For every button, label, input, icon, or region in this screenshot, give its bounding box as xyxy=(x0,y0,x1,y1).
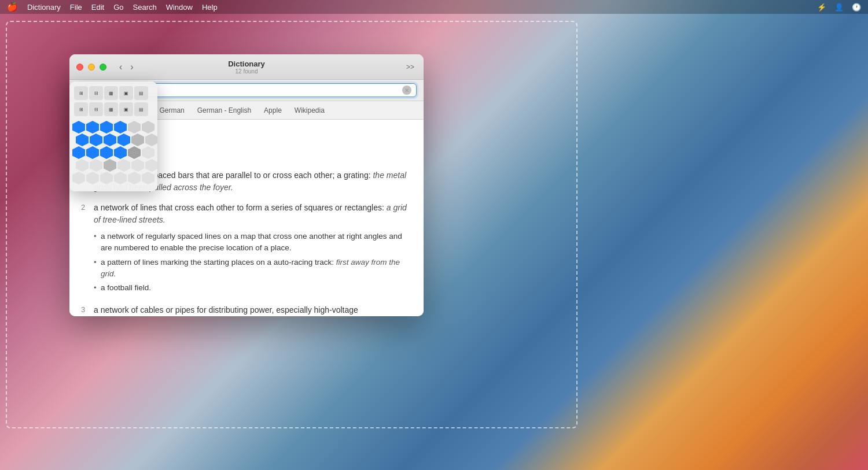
def-text-3: a network of cables or pipes for distrib… xyxy=(94,304,412,316)
hex-cell[interactable] xyxy=(114,121,127,134)
hex-cell[interactable] xyxy=(86,121,99,134)
menubar-icon-1[interactable]: ⚡ xyxy=(817,3,826,12)
emoji-tool-4[interactable]: ▣ xyxy=(119,86,133,100)
menubar-app-name[interactable]: Dictionary xyxy=(27,3,61,12)
definition-2: 2 a network of lines that cross each oth… xyxy=(81,202,412,296)
sub-list-2: a network of regularly spaced lines on a… xyxy=(94,231,412,294)
hex-cell[interactable] xyxy=(104,134,116,146)
tab-wikipedia[interactable]: Wikipedia xyxy=(289,104,330,117)
definition-list: 1 a framework of spaced bars that are pa… xyxy=(81,169,412,316)
hex-grid xyxy=(74,119,153,187)
sub-item-2: a pattern of lines marking the starting … xyxy=(94,257,412,280)
search-clear-button[interactable]: ✕ xyxy=(402,86,411,95)
hex-cell[interactable] xyxy=(86,172,99,184)
hex-cell[interactable] xyxy=(76,134,89,146)
maximize-button[interactable] xyxy=(100,64,106,71)
menubar-left: 🍎 Dictionary File Edit Go Search Window … xyxy=(7,2,218,12)
def-number-3: 3 xyxy=(81,304,89,316)
emoji-tool-1[interactable]: ⊞ xyxy=(74,86,88,100)
traffic-lights xyxy=(76,64,106,71)
hex-cell[interactable] xyxy=(145,159,157,172)
emoji-toolbar-row-1: ⊞ ⊟ ▦ ▣ ▤ xyxy=(74,86,153,100)
hex-cell[interactable] xyxy=(128,121,141,134)
window-title: Dictionary xyxy=(228,60,265,68)
hex-cell[interactable] xyxy=(142,121,155,134)
tab-german[interactable]: German xyxy=(153,104,190,117)
sub-item-3: a football field. xyxy=(94,282,412,294)
titlebar-center: Dictionary 12 found xyxy=(228,60,265,75)
hex-cell[interactable] xyxy=(100,121,113,134)
def-text-2: a network of lines that cross each other… xyxy=(94,202,412,296)
menubar-go[interactable]: Go xyxy=(113,3,123,12)
hex-cell[interactable] xyxy=(76,159,89,172)
hex-cell[interactable] xyxy=(104,159,116,172)
hex-cell[interactable] xyxy=(72,121,85,134)
toolbar-expand[interactable]: >> xyxy=(404,62,417,72)
emoji-picker-popup: ⊞ ⊟ ▦ ▣ ▤ ⊞ ⊟ ▦ ▣ ▤ xyxy=(69,82,157,191)
hex-cell[interactable] xyxy=(117,134,130,146)
menubar-search[interactable]: Search xyxy=(133,3,157,12)
menubar-window[interactable]: Window xyxy=(166,3,193,12)
emoji-toolbar-row-2: ⊞ ⊟ ▦ ▣ ▤ xyxy=(74,102,153,116)
menubar-right: ⚡ 👤 🕐 xyxy=(817,3,861,12)
hex-cell[interactable] xyxy=(114,146,127,159)
emoji-tool-2[interactable]: ⊟ xyxy=(89,86,103,100)
hex-cell[interactable] xyxy=(100,172,113,184)
window-subtitle: 12 found xyxy=(228,68,265,75)
hex-row-5 xyxy=(72,172,155,184)
hex-cell[interactable] xyxy=(100,146,113,159)
hex-cell[interactable] xyxy=(128,146,141,159)
back-button[interactable]: ‹ xyxy=(116,61,126,73)
hex-cell[interactable] xyxy=(117,159,130,172)
hex-cell[interactable] xyxy=(90,134,102,146)
def-number-2: 2 xyxy=(81,202,89,296)
titlebar: ‹ › Dictionary 12 found >> xyxy=(69,54,424,80)
menubar-icon-2[interactable]: 👤 xyxy=(834,3,844,12)
hex-cell[interactable] xyxy=(131,134,144,146)
hex-cell[interactable] xyxy=(142,146,155,159)
hex-cell[interactable] xyxy=(128,172,141,184)
definition-3: 3 a network of cables or pipes for distr… xyxy=(81,304,412,316)
close-button[interactable] xyxy=(76,64,83,71)
hex-row-2 xyxy=(76,134,157,146)
emoji-tool-5[interactable]: ▤ xyxy=(134,86,148,100)
menubar-clock[interactable]: 🕐 xyxy=(852,3,861,12)
emoji-tool-6[interactable]: ⊞ xyxy=(74,102,88,116)
sub-item-1: a network of regularly spaced lines on a… xyxy=(94,231,412,254)
emoji-tool-7[interactable]: ⊟ xyxy=(89,102,103,116)
nav-buttons: ‹ › xyxy=(116,61,137,73)
menubar-file[interactable]: File xyxy=(70,3,82,12)
hex-cell[interactable] xyxy=(72,172,85,184)
hex-row-4 xyxy=(76,159,157,172)
emoji-tool-10[interactable]: ▤ xyxy=(134,102,148,116)
tab-german-english[interactable]: German - English xyxy=(192,104,257,117)
minimize-button[interactable] xyxy=(88,64,95,71)
tab-apple[interactable]: Apple xyxy=(258,104,288,117)
menubar-edit[interactable]: Edit xyxy=(91,3,104,12)
menubar: 🍎 Dictionary File Edit Go Search Window … xyxy=(0,0,868,14)
hex-cell[interactable] xyxy=(145,134,157,146)
hex-row-1 xyxy=(72,121,155,134)
hex-cell[interactable] xyxy=(90,159,102,172)
apple-menu[interactable]: 🍎 xyxy=(7,2,18,12)
emoji-tool-8[interactable]: ▦ xyxy=(104,102,118,116)
forward-button[interactable]: › xyxy=(127,61,137,73)
emoji-tool-9[interactable]: ▣ xyxy=(119,102,133,116)
emoji-tool-3[interactable]: ▦ xyxy=(104,86,118,100)
hex-cell[interactable] xyxy=(142,172,155,184)
hex-cell[interactable] xyxy=(114,172,127,184)
hex-cell[interactable] xyxy=(72,146,85,159)
hex-cell[interactable] xyxy=(131,159,144,172)
menubar-help[interactable]: Help xyxy=(202,3,218,12)
hex-cell[interactable] xyxy=(86,146,99,159)
hex-row-3 xyxy=(72,146,155,159)
